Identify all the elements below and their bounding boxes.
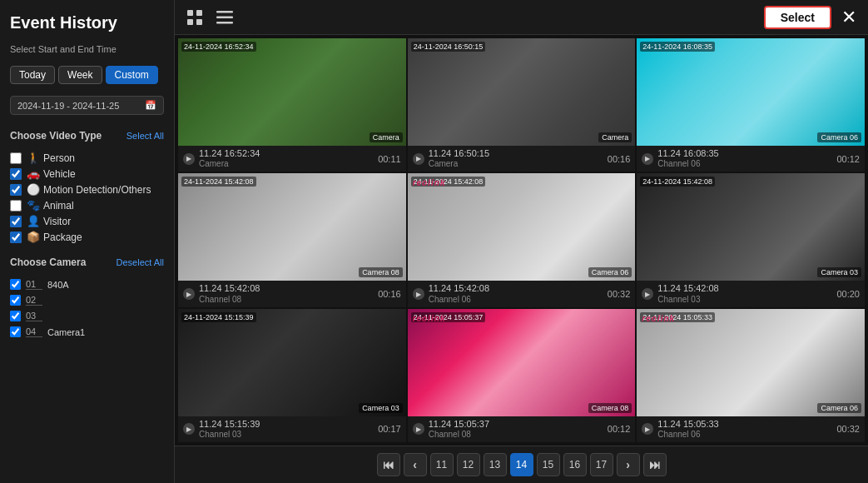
video-cell-0[interactable]: 24-11-2024 16:52:34 Camera ▶ 11.24 16:52… xyxy=(178,38,406,172)
camera-01-checkbox[interactable] xyxy=(10,279,21,290)
today-btn[interactable]: Today xyxy=(10,66,55,84)
custom-btn[interactable]: Custom xyxy=(106,66,158,84)
camera-section-label: Choose Camera xyxy=(10,256,86,268)
video-cell-4[interactable]: 24-11-2024 15:42:08 reolink Camera 06 ▶ … xyxy=(408,173,636,306)
video-timestamp-2: 11.24 16:08:35 Channel 06 xyxy=(657,148,718,169)
video-cell-2[interactable]: 24-11-2024 16:08:35 Camera 06 ▶ 11.24 16… xyxy=(637,38,865,172)
camera-03-num: 03 xyxy=(26,311,42,321)
date-range-display[interactable]: 2024-11-19 - 2024-11-25 📅 xyxy=(10,96,164,115)
type-person-row: 🚶 Person xyxy=(10,150,164,166)
play-circle-1[interactable]: ▶ xyxy=(413,153,424,165)
page-first-btn[interactable]: ⏮ xyxy=(377,453,400,476)
page-btn-17[interactable]: 17 xyxy=(590,453,613,476)
camera-02-checkbox[interactable] xyxy=(10,295,21,306)
video-channel-0: Camera xyxy=(199,159,260,169)
video-thumb-2: 24-11-2024 16:08:35 Camera 06 xyxy=(637,38,865,146)
video-overlay-2: 24-11-2024 16:08:35 xyxy=(640,42,715,52)
video-time-group-0: ▶ 11.24 16:52:34 Camera xyxy=(183,148,260,169)
video-time-group-5: ▶ 11.24 15:42:08 Channel 03 xyxy=(642,283,718,304)
video-timestamp-5: 11.24 15:42:08 Channel 03 xyxy=(657,283,718,304)
page-btn-11[interactable]: 11 xyxy=(430,453,454,476)
play-circle-7[interactable]: ▶ xyxy=(413,423,424,435)
video-thumb-4: 24-11-2024 15:42:08 reolink Camera 06 xyxy=(408,173,636,281)
time-section-label: Select Start and End Time xyxy=(10,44,164,54)
page-prev-btn[interactable]: ‹ xyxy=(404,453,427,476)
type-visitor-label: 👤 Visitor xyxy=(27,215,71,227)
type-package-checkbox[interactable] xyxy=(10,232,22,243)
svg-rect-1 xyxy=(196,10,202,16)
play-circle-2[interactable]: ▶ xyxy=(642,153,653,165)
video-datetime-7: 11.24 15:05:37 xyxy=(429,419,489,430)
video-duration-7: 00:12 xyxy=(608,424,631,434)
page-btn-14[interactable]: 14 xyxy=(510,453,533,476)
video-channel-2: Channel 06 xyxy=(657,159,718,169)
video-datetime-2: 11.24 16:08:35 xyxy=(657,148,718,159)
type-motion-checkbox[interactable] xyxy=(10,184,22,196)
type-person-label: 🚶 Person xyxy=(27,152,75,164)
video-thumb-3: 24-11-2024 15:42:08 Camera 08 xyxy=(178,173,406,281)
page-btn-12[interactable]: 12 xyxy=(457,453,480,476)
video-thumb-8: 24-11-2024 15:05:33 reolink Camera 06 xyxy=(637,309,865,416)
menu-btn[interactable] xyxy=(213,7,236,27)
page-btn-13[interactable]: 13 xyxy=(484,453,507,476)
camera-header: Choose Camera Deselect All xyxy=(10,256,164,268)
camera-tag-7: Camera 08 xyxy=(588,403,632,413)
type-visitor-checkbox[interactable] xyxy=(10,216,22,227)
play-circle-0[interactable]: ▶ xyxy=(183,153,195,165)
week-btn[interactable]: Week xyxy=(58,66,102,84)
video-cell-7[interactable]: 24-11-2024 15:05:37 reolink Camera 08 ▶ … xyxy=(408,309,636,442)
video-time-group-6: ▶ 11.24 15:15:39 Channel 03 xyxy=(183,419,260,440)
page-next-btn[interactable]: › xyxy=(617,453,640,476)
play-circle-8[interactable]: ▶ xyxy=(642,423,653,435)
visitor-icon: 👤 xyxy=(27,215,40,227)
grid-view-btn[interactable] xyxy=(183,7,206,27)
video-duration-1: 00:16 xyxy=(608,154,631,164)
play-circle-4[interactable]: ▶ xyxy=(413,288,424,300)
type-animal-checkbox[interactable] xyxy=(10,200,22,212)
select-button[interactable]: Select xyxy=(764,6,831,29)
video-time-group-1: ▶ 11.24 16:50:15 Camera xyxy=(413,148,489,169)
vehicle-icon: 🚗 xyxy=(27,167,40,180)
video-timestamp-4: 11.24 15:42:08 Channel 06 xyxy=(429,283,489,304)
play-circle-6[interactable]: ▶ xyxy=(183,423,195,435)
type-animal-label: 🐾 Animal xyxy=(27,199,74,212)
camera-01-num: 01 xyxy=(26,279,42,290)
select-all-link[interactable]: Select All xyxy=(126,131,164,141)
camera-tag-5: Camera 03 xyxy=(817,267,861,277)
camera-tag-3: Camera 08 xyxy=(359,267,403,277)
type-person-checkbox[interactable] xyxy=(10,152,22,164)
video-cell-3[interactable]: 24-11-2024 15:42:08 Camera 08 ▶ 11.24 15… xyxy=(178,173,406,306)
camera-04-checkbox[interactable] xyxy=(10,326,21,337)
video-cell-1[interactable]: 24-11-2024 16:50:15 Camera ▶ 11.24 16:50… xyxy=(408,38,636,172)
camera-list: 01 840A 02 03 04 Camera1 xyxy=(10,276,164,340)
video-channel-1: Camera xyxy=(429,159,489,169)
video-info-7: ▶ 11.24 15:05:37 Channel 08 00:12 xyxy=(408,416,636,442)
type-motion-row: ⚪ Motion Detection/Others xyxy=(10,182,164,197)
calendar-icon[interactable]: 📅 xyxy=(145,100,156,111)
video-thumb-5: 24-11-2024 15:42:08 Camera 03 xyxy=(637,173,865,281)
video-cell-6[interactable]: 24-11-2024 15:15:39 Camera 03 ▶ 11.24 15… xyxy=(178,309,406,442)
type-vehicle-label: 🚗 Vehicle xyxy=(27,167,76,180)
video-time-group-2: ▶ 11.24 16:08:35 Channel 06 xyxy=(642,148,718,169)
camera-04-name: Camera1 xyxy=(47,327,85,337)
play-circle-3[interactable]: ▶ xyxy=(183,288,195,300)
video-cell-5[interactable]: 24-11-2024 15:42:08 Camera 03 ▶ 11.24 15… xyxy=(637,173,865,306)
video-overlay-1: 24-11-2024 16:50:15 xyxy=(411,42,486,52)
type-vehicle-checkbox[interactable] xyxy=(10,168,22,180)
video-timestamp-6: 11.24 15:15:39 Channel 03 xyxy=(199,419,260,440)
deselect-all-link[interactable]: Deselect All xyxy=(117,257,164,267)
page-btn-16[interactable]: 16 xyxy=(563,453,587,476)
camera-tag-0: Camera xyxy=(370,132,403,142)
camera-03-checkbox[interactable] xyxy=(10,311,21,321)
video-duration-8: 00:32 xyxy=(836,424,860,434)
reolink-logo: reolink xyxy=(413,178,446,187)
close-button[interactable]: ✕ xyxy=(838,7,860,28)
video-overlay-3: 24-11-2024 15:42:08 xyxy=(181,177,256,187)
video-timestamp-1: 11.24 16:50:15 Camera xyxy=(429,148,489,169)
video-cell-8[interactable]: 24-11-2024 15:05:33 reolink Camera 06 ▶ … xyxy=(637,309,865,442)
page-last-btn[interactable]: ⏭ xyxy=(643,453,667,476)
page-btn-15[interactable]: 15 xyxy=(537,453,560,476)
play-circle-5[interactable]: ▶ xyxy=(642,288,653,300)
video-type-header: Choose Video Type Select All xyxy=(10,130,164,142)
reolink-logo: reolink xyxy=(642,314,675,323)
